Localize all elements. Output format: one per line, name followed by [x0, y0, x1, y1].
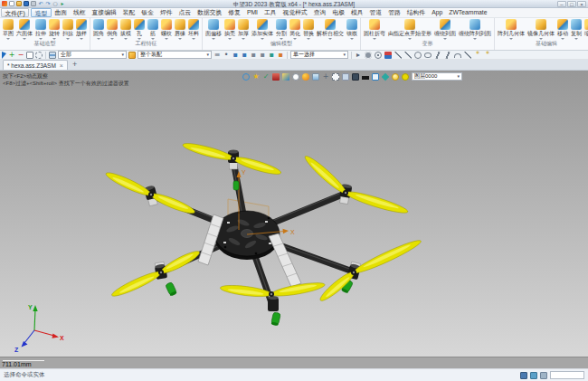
ribbon-button-cylinder-bend[interactable]: 圆柱折弯 [363, 19, 386, 40]
ribbon-button-lip[interactable]: 唇缘 [174, 19, 186, 40]
menu-item-21[interactable]: ZWTeammate [446, 8, 490, 17]
pick-prev-icon[interactable]: ▪ [232, 52, 239, 59]
undo-icon[interactable]: ↶ [38, 1, 43, 6]
pick-arrow-icon[interactable]: ▸ [355, 52, 362, 59]
viewport-frame-icon[interactable] [372, 73, 379, 81]
cursor-icon[interactable] [2, 52, 6, 59]
star-icon[interactable]: ★ [252, 73, 260, 81]
line-a-icon[interactable] [394, 52, 402, 59]
pick-mode-combobox[interactable]: 单一选择▾ [290, 51, 348, 59]
layer-combobox[interactable]: 图层0000▾ [412, 72, 462, 81]
landing-foot-green[interactable] [166, 281, 177, 296]
ribbon-button-loft[interactable]: 放样 [75, 19, 88, 40]
menu-item-5[interactable]: 装配 [119, 8, 138, 17]
collapse-minus-icon[interactable]: − [17, 52, 24, 59]
menu-item-17[interactable]: 管道 [366, 8, 385, 17]
maximize-button[interactable]: □ [567, 1, 576, 7]
list-icon[interactable]: ≡ [213, 52, 221, 59]
menu-item-12[interactable]: 工具 [261, 8, 280, 17]
ribbon-button-face-offset[interactable]: 面偏移 [204, 19, 223, 40]
menu-item-14[interactable]: 查询 [310, 8, 329, 17]
pin-icon[interactable]: • [223, 52, 230, 59]
ribbon-button-simplify[interactable]: 简化 [289, 19, 301, 40]
ribbon-button-add-body[interactable]: 添加实体 [251, 19, 274, 40]
ribbon-button-box[interactable]: 六面体 [15, 19, 33, 40]
ribbon-button-wrap-to-face[interactable]: 缠绕到面 [433, 19, 457, 40]
slash-icon[interactable] [464, 52, 471, 59]
refresh-view-icon[interactable] [242, 73, 250, 81]
ribbon-button-sketch[interactable]: 草图 [2, 19, 14, 40]
ribbon-button-stock[interactable]: 坯料 [187, 19, 200, 40]
lasso-select-icon[interactable] [35, 52, 43, 59]
check-icon[interactable]: ✓ [262, 73, 270, 81]
viewport-3d[interactable]: 按下<F2>动态观察 <F8>过滤+<Shift+roll> 查找下一个有效的过… [0, 71, 588, 368]
landing-leg-right[interactable] [269, 233, 301, 287]
pick-parent-icon[interactable]: ▪ [250, 52, 257, 59]
ribbon-button-deform-by-point[interactable]: 由指定点开始变形 [387, 19, 432, 40]
minimize-button[interactable]: – [557, 1, 566, 7]
app-logo-icon[interactable] [2, 1, 7, 6]
save-icon[interactable] [24, 1, 29, 6]
pick-all-icon[interactable]: ▪ [277, 52, 284, 59]
menu-item-4[interactable]: 直接编辑 [89, 8, 119, 17]
document-tab[interactable]: * hexa.ass.Z3ASM × [3, 60, 68, 70]
open-file-icon[interactable] [16, 1, 22, 6]
scope-combobox[interactable]: 整个装配▾ [138, 51, 212, 59]
center-hub-plate[interactable] [214, 211, 280, 260]
menu-item-file[interactable]: 文件(F) [1, 8, 29, 17]
grid-status-icon[interactable] [520, 372, 527, 379]
motor-bottom[interactable] [268, 294, 279, 311]
material-ball-icon[interactable] [302, 73, 309, 81]
ellipse-a-icon[interactable] [424, 52, 432, 58]
menu-item-15[interactable]: 电极 [329, 8, 348, 17]
redo-icon[interactable]: ↷ [45, 1, 51, 6]
ribbon-button-thicken[interactable]: 加厚 [237, 19, 250, 40]
filter-combobox[interactable]: 全部▾ [58, 51, 127, 59]
menu-item-9[interactable]: 数据交换 [194, 8, 225, 17]
menu-item-18[interactable]: 管路 [385, 8, 404, 17]
bulb-icon[interactable] [392, 73, 399, 81]
circle-a-icon[interactable] [414, 52, 422, 59]
tab-close-icon[interactable]: × [60, 62, 63, 69]
ribbon-button-extrude[interactable]: 拉伸 [34, 19, 47, 40]
ribbon-button-resolve-selfint[interactable]: 解析自相交 [316, 19, 345, 40]
menu-item-6[interactable]: 钣金 [138, 8, 157, 17]
close-button[interactable]: × [577, 1, 586, 7]
hexacopter-model-canvas[interactable]: Y X [0, 71, 588, 368]
pick-child-icon[interactable]: ▪ [259, 52, 266, 59]
leaf-a-icon[interactable]: * [474, 52, 481, 59]
section-bar-icon[interactable] [362, 76, 369, 80]
brush-icon[interactable] [272, 73, 280, 81]
ribbon-button-pattern-geometry[interactable]: 阵列几何体 [497, 19, 526, 40]
pan-icon[interactable]: + [322, 73, 329, 81]
ribbon-button-scale[interactable]: 缩放 [583, 19, 588, 40]
menu-item-11[interactable]: PMI [243, 8, 261, 17]
leaf-b-icon[interactable]: * [484, 52, 491, 59]
print-icon[interactable] [31, 1, 36, 6]
zoom-window-icon[interactable] [332, 73, 339, 81]
gear-icon[interactable] [365, 52, 372, 59]
expand-plus-icon[interactable]: + [8, 52, 15, 59]
ribbon-button-divide[interactable]: 分割 [275, 19, 288, 40]
ribbon-button-mirror-geometry[interactable]: 镜像几何体 [526, 19, 555, 40]
menu-item-10[interactable]: 修复 [225, 8, 244, 17]
ribbon-button-fillet[interactable]: 圆角 [92, 19, 105, 40]
spline-icon[interactable] [434, 52, 441, 59]
menu-item-2[interactable]: 曲面 [52, 8, 71, 17]
status-input-box[interactable] [550, 371, 584, 379]
menu-item-20[interactable]: App [429, 8, 446, 17]
regen-icon[interactable]: ○ [52, 1, 58, 6]
line-b-icon[interactable] [404, 52, 412, 59]
menu-item-3[interactable]: 线框 [70, 8, 89, 17]
window-select-icon[interactable] [26, 52, 33, 59]
ribbon-button-inlay[interactable]: 镶嵌 [346, 19, 358, 40]
ribbon-button-replace[interactable]: 替换 [302, 19, 315, 40]
ribbon-button-wrap-pattern[interactable]: 缠绕阵列到面 [458, 19, 492, 40]
axis-icon[interactable] [384, 52, 392, 59]
clock-icon[interactable] [292, 73, 299, 81]
ribbon-button-rib[interactable]: 筋 [147, 19, 159, 40]
pick-next-icon[interactable]: ▪ [241, 52, 248, 59]
menu-item-19[interactable]: 结构件 [403, 8, 428, 17]
ribbon-button-sweep[interactable]: 扫掠 [62, 19, 74, 40]
new-tab-button[interactable]: + [68, 60, 81, 70]
